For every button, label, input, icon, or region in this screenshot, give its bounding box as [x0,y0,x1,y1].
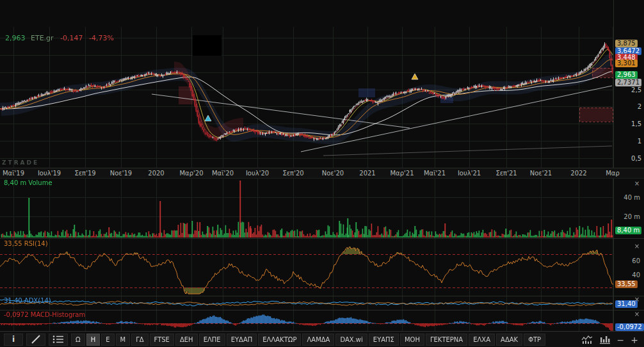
symbol-tabs: ΩΗΕΜΓΔFTSEΔΕΗΕΛΠΕΕΥΔΑΠΕΛΛΑΚΤΩΡΛΑΜΔΑDAX.w… [71,334,547,346]
indicator-list-icon [52,335,64,344]
candlestick-view-button[interactable] [578,334,596,346]
toolbar-symbol-ΓΕΚΤΕΡΝΑ[interactable]: ΓΕΚΤΕΡΝΑ [426,334,467,346]
time-axis-label: Μαϊ'19 [3,170,24,177]
time-axis-label: Μαρ [606,170,620,177]
toolbar-symbol-ΕΛΠΕ[interactable]: ΕΛΠΕ [199,334,225,346]
time-axis-label: Νοε'20 [322,170,344,177]
price-tick-label: 1,5 [613,120,641,127]
price-change: -0,147 [60,34,83,42]
zoom-in-button[interactable]: + [627,334,641,346]
toolbar-symbol-ΔΕΗ[interactable]: ΔΕΗ [175,334,198,346]
price-tick-label: 2,5 [613,86,641,93]
toolbar-symbol-ΦΤΡ[interactable]: ΦΤΡ [524,334,545,346]
macd-close-icon[interactable]: × [634,311,640,318]
adx-panel-canvas[interactable] [0,296,613,310]
last-price: 2,963 [5,34,26,42]
toolbar-symbol-ΕΛΛΑΚΤΩΡ[interactable]: ΕΛΛΑΚΤΩΡ [258,334,301,346]
toolbar-symbol-FTSE[interactable]: FTSE [150,334,174,346]
time-axis-label: Μαρ'21 [390,170,414,177]
price-change-pct: -4,73% [89,34,114,42]
macd-panel-canvas[interactable] [0,310,613,331]
histogram-view-button[interactable] [596,334,614,346]
time-axis-label: Νοε'21 [530,170,552,177]
symbol-header: 2,963 ETE.gr -0,147 -4,73% [5,34,118,42]
toolbar-symbol-DAX.wi[interactable]: DAX.wi [335,334,367,346]
toolbar-right-controls: − + [578,332,641,347]
bottom-toolbar: i ΩΗΕΜΓΔFTSEΔΕΗΕΛΠΕΕΥΔΑΠΕΛΛΑΚΤΩΡΛΑΜΔΑDAX… [0,331,644,347]
panel-divider [0,238,644,239]
rsi-badge: 33,55 [615,280,638,288]
price-badge: 3,301 [615,60,638,67]
volume-close-icon[interactable]: × [634,181,640,187]
toolbar-symbol-ΛΑΜΔΑ[interactable]: ΛΑΜΔΑ [302,334,334,346]
watermark: ZTRADE [2,159,39,166]
time-axis-label: Μαϊ'20 [212,170,234,177]
toolbar-symbol-Μ[interactable]: Μ [116,334,131,346]
trendline-tool-button[interactable] [26,334,45,346]
rsi-scale-label: 40 [613,271,640,278]
info-button[interactable]: i [4,334,23,346]
toolbar-symbol-ΕΥΔΑΠ[interactable]: ΕΥΔΑΠ [227,334,257,346]
price-tick-label: 2 [613,103,641,110]
price-scale-divider [613,0,614,331]
toolbar-symbol-Ε[interactable]: Ε [101,334,114,346]
histogram-icon [599,335,611,344]
price-chart-canvas[interactable] [0,0,613,168]
price-tick-label: 0,5 [613,155,641,162]
zoom-out-button[interactable]: − [614,334,628,346]
rsi-panel-label: 33,55 RSI(14) [4,240,48,247]
rsi-panel-canvas[interactable] [0,238,613,296]
toolbar-symbol-ΕΛΧΑ[interactable]: ΕΛΧΑ [469,334,495,346]
volume-badge: 8,40 m [615,227,641,234]
time-axis-label: Σεπ'19 [74,170,95,177]
macd-panel-label: -0,0972 MACD-Histogram [4,311,85,318]
time-axis-label: Σεπ'21 [495,170,517,177]
toolbar-symbol-Η[interactable]: Η [86,334,101,346]
time-axis-label: Μαρ'20 [179,170,203,177]
time-axis-label: 2020 [148,170,164,177]
price-badge: 2,7371 [615,79,641,86]
price-badge: 2,963 [615,71,638,79]
volume-panel-canvas[interactable] [0,177,613,238]
price-badge: 3,875 [615,40,638,47]
time-axis-label: Ιουλ'21 [458,170,481,177]
toolbar-symbol-ΜΟΗ[interactable]: ΜΟΗ [400,334,424,346]
toolbar-symbol-ΕΥΑΠΣ[interactable]: ΕΥΑΠΣ [369,334,399,346]
volume-scale-label: 20 m [613,213,640,220]
time-axis-label: Μαϊ'21 [424,170,446,177]
adx-panel-label: 31,40 ADX(14) [4,297,51,304]
toolbar-symbol-ΓΔ[interactable]: ΓΔ [131,334,148,346]
toolbar-symbol-ΑΔΑΚ[interactable]: ΑΔΑΚ [496,334,522,346]
time-axis-label: Σεπ'20 [282,170,303,177]
trendline-icon [31,334,41,344]
time-axis-label: Νοε'19 [110,170,132,177]
adx-close-icon[interactable]: × [634,296,640,303]
macd-badge: -0,0972 [615,323,644,331]
info-icon: i [12,335,15,344]
volume-scale-label: 40 m [613,194,640,201]
volume-panel-label: 8,40 m Volume [4,179,52,186]
price-tick-label: 1 [613,138,641,145]
time-axis-label: 2022 [570,170,586,177]
rsi-scale-label: 60 [613,257,640,264]
rsi-close-icon[interactable]: × [634,243,640,250]
trading-app: 2,963 ETE.gr -0,147 -4,73% ZTRADE Μαϊ'19… [0,0,644,347]
indicator-settings-button[interactable] [49,334,68,346]
candlestick-chart-icon [581,335,593,344]
time-axis[interactable]: Μαϊ'19Ιουλ'19Σεπ'19Νοε'192020Μαρ'20Μαϊ'2… [0,168,644,179]
time-axis-label: Ιουλ'19 [38,170,61,177]
time-axis-label: 2021 [359,170,375,177]
panel-divider [0,296,644,296]
toolbar-symbol-Ω[interactable]: Ω [71,334,85,346]
panel-divider [0,310,644,311]
symbol-name: ETE.gr [31,34,54,42]
time-axis-label: Ιουλ'20 [246,170,269,177]
